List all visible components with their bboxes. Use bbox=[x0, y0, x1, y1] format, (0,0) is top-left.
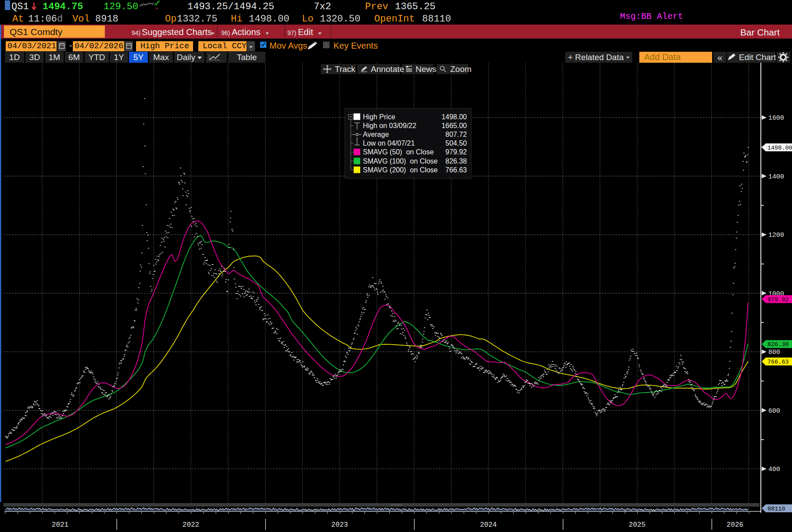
svg-text:807.72: 807.72 bbox=[445, 131, 467, 138]
svg-text:2022: 2022 bbox=[183, 521, 199, 529]
svg-text:News: News bbox=[416, 64, 437, 74]
svg-text:979.92: 979.92 bbox=[767, 296, 789, 303]
svg-text:SMAVG (100) on Close: SMAVG (100) on Close bbox=[363, 157, 438, 165]
svg-text:2023: 2023 bbox=[331, 521, 348, 529]
svg-text:Zoom: Zoom bbox=[450, 64, 472, 74]
svg-text:1498.00: 1498.00 bbox=[441, 113, 467, 121]
svg-text:2021: 2021 bbox=[52, 521, 68, 529]
svg-text:979.92: 979.92 bbox=[445, 148, 467, 156]
svg-text:High Price: High Price bbox=[363, 113, 395, 121]
svg-text:826.38: 826.38 bbox=[445, 157, 467, 165]
svg-text:SMAVG (50) on Close: SMAVG (50) on Close bbox=[363, 148, 434, 156]
svg-text:Average: Average bbox=[363, 131, 389, 138]
svg-text:High on 03/09/22: High on 03/09/22 bbox=[363, 122, 416, 129]
svg-text:SMAVG (200) on Close: SMAVG (200) on Close bbox=[363, 166, 438, 174]
svg-text:2025: 2025 bbox=[629, 521, 645, 529]
svg-text:600: 600 bbox=[768, 407, 780, 415]
svg-text:1498.00: 1498.00 bbox=[767, 145, 792, 151]
svg-text:800: 800 bbox=[768, 349, 780, 356]
svg-text:504.50: 504.50 bbox=[445, 139, 467, 147]
svg-text:88110: 88110 bbox=[767, 506, 785, 512]
svg-text:766.63: 766.63 bbox=[767, 359, 789, 365]
svg-text:Low on 04/07/21: Low on 04/07/21 bbox=[363, 139, 415, 147]
svg-text:766.63: 766.63 bbox=[445, 166, 467, 174]
svg-text:Track: Track bbox=[335, 64, 355, 74]
svg-text:1600: 1600 bbox=[768, 114, 784, 122]
svg-text:1400: 1400 bbox=[768, 173, 784, 181]
svg-text:400: 400 bbox=[768, 466, 780, 473]
svg-text:Annotate: Annotate bbox=[371, 64, 404, 74]
svg-text:826.38: 826.38 bbox=[767, 341, 789, 348]
svg-text:2024: 2024 bbox=[480, 521, 497, 529]
svg-text:2026: 2026 bbox=[727, 521, 743, 529]
svg-text:1200: 1200 bbox=[768, 232, 784, 239]
svg-text:1665.00: 1665.00 bbox=[441, 122, 467, 129]
svg-text:1000: 1000 bbox=[768, 290, 784, 298]
